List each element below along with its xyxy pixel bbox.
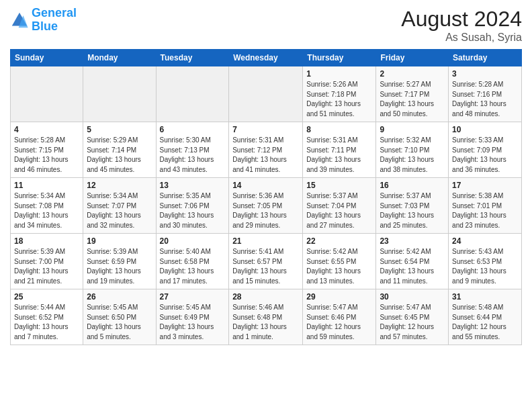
day-info: Sunrise: 5:47 AM Sunset: 6:45 PM Dayligh… (380, 303, 445, 342)
day-number: 6 (160, 125, 226, 134)
calendar: SundayMondayTuesdayWednesdayThursdayFrid… (10, 49, 522, 345)
day-info: Sunrise: 5:42 AM Sunset: 6:54 PM Dayligh… (380, 247, 445, 286)
day-info: Sunrise: 5:37 AM Sunset: 7:04 PM Dayligh… (306, 191, 372, 230)
calendar-cell: 31Sunrise: 5:48 AM Sunset: 6:44 PM Dayli… (449, 289, 522, 345)
day-number: 12 (87, 181, 152, 190)
day-number: 15 (306, 181, 372, 190)
day-number: 10 (452, 125, 518, 134)
calendar-cell: 17Sunrise: 5:38 AM Sunset: 7:01 PM Dayli… (449, 178, 522, 234)
calendar-cell: 1Sunrise: 5:26 AM Sunset: 7:18 PM Daylig… (303, 66, 376, 122)
calendar-cell: 21Sunrise: 5:41 AM Sunset: 6:57 PM Dayli… (229, 234, 303, 289)
day-number: 25 (14, 292, 79, 302)
day-number: 22 (306, 236, 372, 246)
day-info: Sunrise: 5:42 AM Sunset: 6:55 PM Dayligh… (306, 247, 372, 286)
day-info: Sunrise: 5:26 AM Sunset: 7:18 PM Dayligh… (306, 80, 372, 119)
day-number: 21 (232, 236, 299, 246)
calendar-cell: 29Sunrise: 5:47 AM Sunset: 6:46 PM Dayli… (303, 289, 376, 345)
calendar-cell (83, 66, 156, 122)
logo: General Blue (10, 7, 77, 34)
day-info: Sunrise: 5:44 AM Sunset: 6:52 PM Dayligh… (14, 303, 79, 342)
page: General Blue August 2024 As Susah, Syria… (0, 0, 532, 411)
day-info: Sunrise: 5:40 AM Sunset: 6:58 PM Dayligh… (160, 247, 226, 286)
calendar-cell: 8Sunrise: 5:31 AM Sunset: 7:11 PM Daylig… (303, 122, 376, 178)
calendar-week-5: 25Sunrise: 5:44 AM Sunset: 6:52 PM Dayli… (11, 289, 522, 345)
calendar-cell: 24Sunrise: 5:43 AM Sunset: 6:53 PM Dayli… (449, 234, 522, 289)
calendar-cell: 16Sunrise: 5:37 AM Sunset: 7:03 PM Dayli… (376, 178, 449, 234)
day-header-friday: Friday (376, 50, 449, 66)
title-block: August 2024 As Susah, Syria (401, 7, 522, 44)
calendar-week-1: 1Sunrise: 5:26 AM Sunset: 7:18 PM Daylig… (11, 66, 522, 122)
day-header-saturday: Saturday (449, 50, 522, 66)
day-number: 4 (14, 125, 79, 134)
day-info: Sunrise: 5:33 AM Sunset: 7:09 PM Dayligh… (452, 136, 518, 175)
subtitle: As Susah, Syria (401, 32, 522, 44)
day-info: Sunrise: 5:39 AM Sunset: 6:59 PM Dayligh… (87, 247, 152, 286)
calendar-cell: 12Sunrise: 5:34 AM Sunset: 7:07 PM Dayli… (83, 178, 156, 234)
day-number: 7 (232, 125, 299, 134)
day-number: 29 (306, 292, 372, 302)
calendar-week-4: 18Sunrise: 5:39 AM Sunset: 7:00 PM Dayli… (11, 234, 522, 289)
day-number: 24 (452, 236, 518, 246)
logo-line2: Blue (32, 19, 58, 33)
calendar-cell: 3Sunrise: 5:28 AM Sunset: 7:16 PM Daylig… (449, 66, 522, 122)
day-info: Sunrise: 5:28 AM Sunset: 7:16 PM Dayligh… (452, 80, 518, 119)
calendar-cell: 25Sunrise: 5:44 AM Sunset: 6:52 PM Dayli… (11, 289, 83, 345)
day-info: Sunrise: 5:45 AM Sunset: 6:49 PM Dayligh… (160, 303, 226, 342)
day-number: 31 (452, 292, 518, 302)
calendar-cell: 15Sunrise: 5:37 AM Sunset: 7:04 PM Dayli… (303, 178, 376, 234)
calendar-cell: 20Sunrise: 5:40 AM Sunset: 6:58 PM Dayli… (156, 234, 229, 289)
day-header-wednesday: Wednesday (229, 50, 303, 66)
header: General Blue August 2024 As Susah, Syria (10, 7, 522, 44)
day-info: Sunrise: 5:32 AM Sunset: 7:10 PM Dayligh… (380, 136, 445, 175)
day-number: 30 (380, 292, 445, 302)
day-number: 17 (452, 181, 518, 190)
day-number: 2 (380, 69, 445, 79)
day-number: 18 (14, 236, 79, 246)
day-info: Sunrise: 5:31 AM Sunset: 7:11 PM Dayligh… (306, 136, 372, 175)
calendar-cell: 22Sunrise: 5:42 AM Sunset: 6:55 PM Dayli… (303, 234, 376, 289)
calendar-cell: 14Sunrise: 5:36 AM Sunset: 7:05 PM Dayli… (229, 178, 303, 234)
day-number: 16 (380, 181, 445, 190)
calendar-cell: 9Sunrise: 5:32 AM Sunset: 7:10 PM Daylig… (376, 122, 449, 178)
calendar-cell: 18Sunrise: 5:39 AM Sunset: 7:00 PM Dayli… (11, 234, 83, 289)
calendar-week-3: 11Sunrise: 5:34 AM Sunset: 7:08 PM Dayli… (11, 178, 522, 234)
day-number: 20 (160, 236, 226, 246)
day-info: Sunrise: 5:28 AM Sunset: 7:15 PM Dayligh… (14, 136, 79, 175)
day-number: 8 (306, 125, 372, 134)
day-info: Sunrise: 5:47 AM Sunset: 6:46 PM Dayligh… (306, 303, 372, 342)
logo-text: General Blue (32, 7, 77, 34)
calendar-week-2: 4Sunrise: 5:28 AM Sunset: 7:15 PM Daylig… (11, 122, 522, 178)
day-info: Sunrise: 5:34 AM Sunset: 7:07 PM Dayligh… (87, 191, 152, 230)
day-info: Sunrise: 5:39 AM Sunset: 7:00 PM Dayligh… (14, 247, 79, 286)
calendar-cell: 28Sunrise: 5:46 AM Sunset: 6:48 PM Dayli… (229, 289, 303, 345)
day-number: 14 (232, 181, 299, 190)
calendar-cell (156, 66, 229, 122)
calendar-cell (11, 66, 83, 122)
day-info: Sunrise: 5:45 AM Sunset: 6:50 PM Dayligh… (87, 303, 152, 342)
calendar-cell: 30Sunrise: 5:47 AM Sunset: 6:45 PM Dayli… (376, 289, 449, 345)
logo-icon (10, 11, 29, 30)
logo-line1: General (32, 6, 77, 19)
day-info: Sunrise: 5:37 AM Sunset: 7:03 PM Dayligh… (380, 191, 445, 230)
day-number: 27 (160, 292, 226, 302)
calendar-header: SundayMondayTuesdayWednesdayThursdayFrid… (11, 50, 522, 66)
day-info: Sunrise: 5:30 AM Sunset: 7:13 PM Dayligh… (160, 136, 226, 175)
day-number: 26 (87, 292, 152, 302)
day-info: Sunrise: 5:29 AM Sunset: 7:14 PM Dayligh… (87, 136, 152, 175)
calendar-cell: 2Sunrise: 5:27 AM Sunset: 7:17 PM Daylig… (376, 66, 449, 122)
header-row: SundayMondayTuesdayWednesdayThursdayFrid… (11, 50, 522, 66)
day-header-tuesday: Tuesday (156, 50, 229, 66)
day-info: Sunrise: 5:48 AM Sunset: 6:44 PM Dayligh… (452, 303, 518, 342)
day-number: 5 (87, 125, 152, 134)
day-info: Sunrise: 5:35 AM Sunset: 7:06 PM Dayligh… (160, 191, 226, 230)
calendar-cell: 5Sunrise: 5:29 AM Sunset: 7:14 PM Daylig… (83, 122, 156, 178)
calendar-cell: 11Sunrise: 5:34 AM Sunset: 7:08 PM Dayli… (11, 178, 83, 234)
day-info: Sunrise: 5:46 AM Sunset: 6:48 PM Dayligh… (232, 303, 299, 342)
day-info: Sunrise: 5:38 AM Sunset: 7:01 PM Dayligh… (452, 191, 518, 230)
day-number: 19 (87, 236, 152, 246)
day-number: 23 (380, 236, 445, 246)
calendar-cell: 10Sunrise: 5:33 AM Sunset: 7:09 PM Dayli… (449, 122, 522, 178)
day-info: Sunrise: 5:31 AM Sunset: 7:12 PM Dayligh… (232, 136, 299, 175)
day-header-sunday: Sunday (11, 50, 83, 66)
calendar-cell: 6Sunrise: 5:30 AM Sunset: 7:13 PM Daylig… (156, 122, 229, 178)
